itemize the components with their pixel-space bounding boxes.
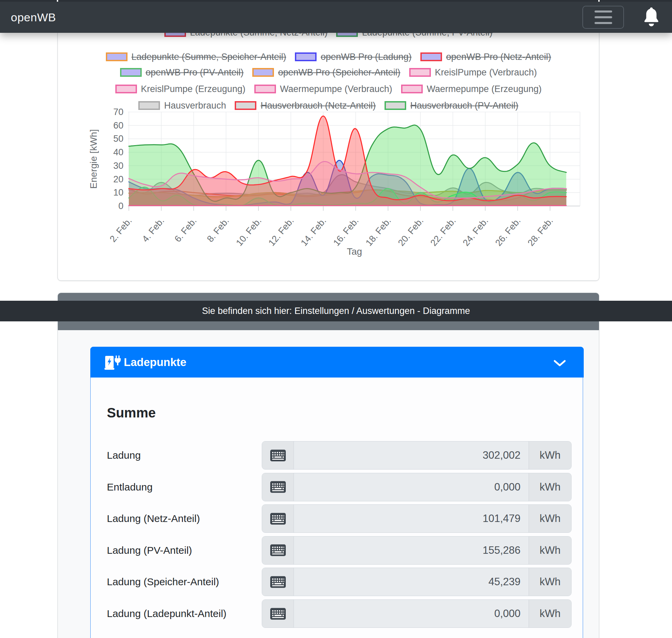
keyboard-icon (262, 473, 294, 501)
legend-swatch (401, 85, 423, 94)
legend-row: KreislPumpe (Erzeugung)Waermepumpe (Verb… (58, 82, 599, 96)
unit-suffix: kWh (528, 473, 571, 501)
keyboard-icon (262, 441, 294, 469)
value-input[interactable] (294, 473, 528, 501)
legend-swatch (115, 85, 137, 94)
value-row-ladung-ladepunkt-anteil: Ladung (Ladepunkt-Anteil)kWh (91, 600, 583, 628)
value-input-group: kWh (262, 441, 572, 470)
svg-text:10: 10 (113, 187, 123, 198)
value-row-ladung: LadungkWh (91, 441, 583, 470)
svg-text:2. Feb.: 2. Feb. (108, 216, 134, 244)
svg-text:0: 0 (118, 201, 123, 211)
legend-item[interactable]: openWB Pro (Speicher-Anteil) (252, 67, 400, 78)
value-row-ladung-pv-anteil: Ladung (PV-Anteil)kWh (91, 536, 583, 565)
chart-card: Ladepunkte (Summe, Netz-Anteil)Ladepunkt… (57, 0, 599, 281)
value-row-label: Entladung (107, 473, 153, 501)
legend-label: KreislPumpe (Verbrauch) (435, 67, 537, 78)
svg-text:Energie [kWh]: Energie [kWh] (88, 129, 99, 189)
value-input[interactable] (294, 505, 528, 533)
legend-label: openWB Pro (PV-Anteil) (146, 67, 244, 78)
legend-row: Ladepunkte (Summe, Speicher-Anteil)openW… (58, 50, 599, 64)
menu-toggler-button[interactable] (582, 6, 624, 29)
legend-item[interactable]: openWB Pro (PV-Anteil) (120, 67, 244, 78)
svg-text:26. Feb.: 26. Feb. (493, 216, 523, 248)
chevron-down-icon[interactable] (553, 359, 566, 368)
value-input[interactable] (294, 537, 528, 564)
keyboard-icon (262, 568, 294, 596)
value-input[interactable] (294, 568, 528, 596)
legend-label: openWB Pro (Netz-Anteil) (446, 52, 551, 62)
legend-label: openWB Pro (Ladung) (321, 52, 411, 62)
legend-label: Waermepumpe (Erzeugung) (427, 84, 542, 95)
legend-swatch (106, 52, 128, 61)
unit-suffix: kWh (528, 505, 571, 533)
value-input[interactable] (294, 441, 528, 469)
svg-text:20. Feb.: 20. Feb. (396, 216, 425, 248)
value-input-group: kWh (262, 600, 572, 628)
energy-area-chart: 0102030405060702. Feb.4. Feb.6. Feb.8. F… (61, 102, 595, 264)
svg-text:16. Feb.: 16. Feb. (332, 216, 361, 248)
value-row-ladung-speicher-anteil: Ladung (Speicher-Anteil)kWh (91, 568, 583, 596)
keyboard-icon (262, 600, 294, 627)
svg-text:4. Feb.: 4. Feb. (140, 216, 166, 244)
value-row-ladung-netz-anteil: Ladung (Netz-Anteil)kWh (91, 504, 583, 533)
value-input-group: kWh (262, 568, 572, 596)
svg-text:60: 60 (113, 120, 123, 131)
svg-text:20: 20 (113, 174, 123, 184)
legend-label: Waermepumpe (Verbrauch) (280, 84, 392, 95)
value-input-group: kWh (262, 504, 572, 533)
app-brand: openWB (11, 11, 56, 24)
legend-row: openWB Pro (PV-Anteil)openWB Pro (Speich… (58, 66, 599, 79)
legend-swatch (420, 52, 442, 61)
legend-swatch (120, 68, 142, 77)
settings-card: Ladepunkte Summe LadungkWhEntladungkWhLa… (57, 292, 599, 638)
value-input-group: kWh (262, 536, 572, 565)
legend-item[interactable]: openWB Pro (Netz-Anteil) (420, 52, 551, 62)
value-row-label: Ladung (Netz-Anteil) (107, 504, 200, 533)
unit-suffix: kWh (528, 537, 571, 564)
value-input-group: kWh (262, 473, 572, 501)
legend-item[interactable]: Waermepumpe (Verbrauch) (254, 84, 392, 95)
legend-swatch (252, 68, 274, 77)
value-row-label: Ladung (Speicher-Anteil) (107, 568, 219, 596)
svg-text:12. Feb.: 12. Feb. (267, 216, 296, 248)
charging-station-icon (104, 355, 121, 371)
hamburger-icon (594, 11, 612, 13)
legend-item[interactable]: Ladepunkte (Summe, Speicher-Anteil) (106, 52, 286, 62)
keyboard-icon (262, 537, 294, 564)
svg-text:6. Feb.: 6. Feb. (172, 216, 199, 244)
unit-suffix: kWh (528, 568, 571, 596)
svg-text:10. Feb.: 10. Feb. (234, 216, 264, 248)
value-row-label: Ladung (Ladepunkt-Anteil) (107, 600, 226, 628)
svg-text:14. Feb.: 14. Feb. (299, 216, 329, 248)
svg-text:Tag: Tag (347, 246, 362, 257)
legend-item[interactable]: openWB Pro (Ladung) (295, 52, 411, 62)
svg-text:50: 50 (113, 134, 123, 144)
ladepunkte-card-header[interactable]: Ladepunkte (90, 347, 584, 377)
svg-text:40: 40 (113, 147, 123, 157)
legend-item[interactable]: Waermepumpe (Erzeugung) (401, 84, 542, 95)
unit-suffix: kWh (528, 600, 571, 627)
breadcrumb-bar: Sie befinden sich hier: Einstellungen / … (0, 301, 672, 321)
legend-label: openWB Pro (Speicher-Anteil) (278, 67, 400, 78)
legend-label: Ladepunkte (Summe, Speicher-Anteil) (132, 52, 286, 62)
svg-text:28. Feb.: 28. Feb. (525, 216, 555, 248)
bell-icon[interactable] (642, 5, 660, 29)
legend-label: KreislPumpe (Erzeugung) (141, 84, 246, 95)
ladepunkte-title: Ladepunkte (124, 356, 186, 369)
value-input[interactable] (294, 600, 528, 627)
navbar: openWB (0, 2, 672, 33)
svg-text:8. Feb.: 8. Feb. (205, 216, 231, 244)
legend-swatch (295, 52, 317, 61)
legend-item[interactable]: KreislPumpe (Verbrauch) (409, 67, 537, 78)
svg-text:22. Feb.: 22. Feb. (429, 216, 458, 248)
svg-text:30: 30 (113, 161, 123, 171)
svg-text:18. Feb.: 18. Feb. (364, 216, 393, 248)
svg-text:70: 70 (113, 107, 123, 117)
unit-suffix: kWh (528, 441, 571, 469)
section-heading-summe: Summe (107, 405, 156, 420)
value-row-label: Ladung (PV-Anteil) (107, 536, 192, 565)
legend-item[interactable]: KreislPumpe (Erzeugung) (115, 84, 246, 95)
top-edge-sliver (0, 0, 672, 2)
breadcrumb: Sie befinden sich hier: Einstellungen / … (202, 306, 470, 316)
